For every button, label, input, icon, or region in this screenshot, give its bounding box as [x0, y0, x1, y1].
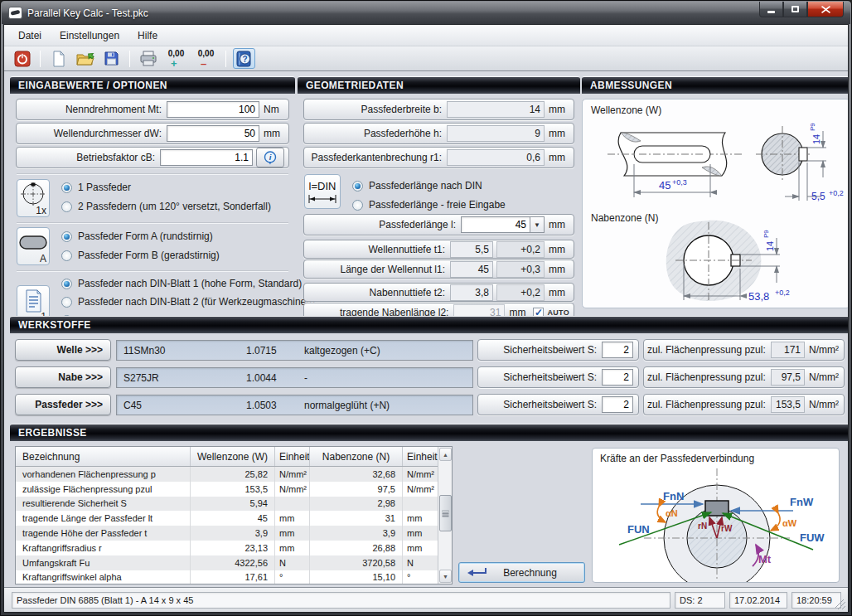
nabennuttiefe-value: 3,8 [450, 284, 493, 301]
cell: 23,13 [190, 541, 274, 555]
cell: 45 [190, 511, 274, 526]
print-button[interactable] [137, 48, 159, 69]
welle-material-button[interactable]: Welle >>> [15, 339, 111, 361]
panel-eingabewerte: EINGABEWERTE / OPTIONEN Nenndrehmoment M… [10, 76, 295, 313]
passfeder-material-field[interactable]: C45 1.0503 normalgeglüht (+N) [116, 395, 473, 415]
shaft-length-dim: 45 [659, 179, 670, 192]
field-label: Passfederhöhe h: [307, 128, 447, 139]
close-button[interactable] [807, 2, 844, 17]
decimals-decrease-button[interactable]: 0,00 – [193, 48, 219, 69]
menu-einstellungen[interactable]: Einstellungen [51, 27, 128, 45]
length-mode-icon-box: l=DIN [304, 174, 341, 209]
cell: N [274, 555, 309, 570]
radio-din-blatt-2[interactable]: Passfeder nach DIN-Blatt 2 (für Werkzeug… [61, 295, 315, 308]
open-file-button[interactable] [74, 48, 96, 69]
material-number: 1.0503 [246, 400, 304, 411]
shaft-depth-tol: +0,2 [829, 189, 844, 197]
decimals-increase-button[interactable]: 0,00 + [163, 48, 189, 69]
resize-grip[interactable] [835, 599, 845, 609]
force-diagram: FnN FnW FUN FUW αN αW rN rW Mt [593, 465, 839, 583]
title-bar[interactable]: Parallel Key Calc - Test.pkc [2, 2, 850, 24]
field-label: Passfederbreite b: [307, 104, 447, 115]
berechnung-button[interactable]: Berechnung [458, 562, 585, 583]
nabennuttiefe-tolerance: +0,2 [496, 284, 545, 301]
passfederlaenge-input[interactable] [461, 216, 530, 233]
key-count-icon [17, 181, 49, 207]
field-passfederhoehe: Passfederhöhe h: 9 mm [303, 123, 574, 144]
radio-laenge-din[interactable]: Passfederlänge nach DIN [352, 179, 482, 192]
radio-icon [61, 182, 72, 193]
cell: ° [274, 570, 309, 584]
welle-material-field[interactable]: 11SMn30 1.0715 kaltgezogen (+C) [116, 340, 473, 361]
status-ds: DS: 2 [675, 592, 725, 609]
minimize-button[interactable] [759, 2, 783, 17]
menu-datei[interactable]: Datei [9, 27, 51, 45]
radio-label: Passfeder Form B (geradstirnig) [72, 250, 220, 261]
passfeder-safety-input[interactable] [602, 396, 633, 413]
radio-form-a[interactable]: Passfeder Form A (rundstirnig) [61, 230, 213, 243]
svg-text:l=DIN: l=DIN [309, 180, 336, 192]
radio-1-passfeder[interactable]: 1 Passfeder [61, 181, 131, 194]
field-passfederbreite: Passfederbreite b: 14 mm [303, 99, 574, 120]
wellendurchmesser-input[interactable] [167, 125, 259, 142]
passfeder-pressure-group: zul. Flächenpressung pzul: 153,5 N/mm² [643, 394, 845, 415]
field-laenge-wellennut: Länge der Wellennut l1: 45 +0,3 mm [303, 259, 574, 279]
passfeder-material-button[interactable]: Passfeder >>> [15, 394, 111, 415]
cell: N/mm² [274, 482, 309, 497]
results-scrollbar[interactable]: ▲ ▼ [438, 447, 452, 584]
radio-label: Passfeder Form A (rundstirnig) [72, 230, 213, 242]
nabe-material-field[interactable]: S275JR 1.0044 - [116, 367, 473, 388]
scroll-up-icon[interactable]: ▲ [439, 448, 452, 461]
divider [17, 270, 288, 271]
new-file-button[interactable] [47, 48, 70, 69]
cell: mm [402, 541, 439, 555]
material-number: 1.0715 [246, 345, 304, 357]
nabe-material-button[interactable]: Nabe >>> [15, 366, 111, 388]
passfederlaenge-dropdown-button[interactable]: ▼ [530, 216, 545, 233]
scroll-down-icon[interactable]: ▼ [439, 570, 452, 583]
svg-text:?: ? [242, 54, 247, 63]
menu-hilfe[interactable]: Hilfe [128, 27, 167, 45]
cell: 5,94 [190, 497, 274, 512]
scrollbar-thumb[interactable] [439, 495, 452, 531]
cell: 31 [309, 511, 402, 526]
field-unit: mm [259, 128, 284, 139]
menu-bar: Datei Einstellungen Hilfe [4, 25, 848, 46]
radio-2-passfedern[interactable]: 2 Passfedern (um 120° versetzt, Sonderfa… [61, 200, 271, 213]
force-diagram-box: Kräfte an der Passfederverbindung [592, 448, 840, 583]
divider [17, 222, 288, 223]
panel-abmessungen: ABMESSUNGEN Wellenzone (W) [582, 76, 849, 313]
icon-label: 1x [36, 205, 46, 216]
radio-label: 2 Passfedern (um 120° versetzt, Sonderfa… [72, 201, 271, 212]
radio-laenge-frei[interactable]: Passfederlänge - freie Eingabe [352, 198, 506, 211]
welle-safety-input[interactable] [602, 342, 633, 358]
app-logo-icon [8, 7, 22, 19]
cell: N [402, 555, 439, 570]
angle-n-label: αN [666, 508, 678, 518]
welle-pressure-group: zul. Flächenpressung pzul: 171 N/mm² [643, 339, 845, 361]
safety-label: Sicherheitsbeiwert S: [482, 371, 602, 383]
help-button[interactable]: ? [233, 48, 255, 69]
cell: 3720,58 [309, 555, 402, 570]
maximize-button[interactable] [783, 2, 807, 17]
material-name: S275JR [117, 372, 246, 384]
hub-key-width-dim: 14 [765, 241, 775, 251]
key-form-icon-box: A [17, 227, 50, 265]
material-row-nabe: Nabe >>> S275JR 1.0044 - Sicherheitsbeiw… [4, 366, 848, 389]
cell: vorhandenen Flächenpressung p [16, 467, 190, 482]
exit-button[interactable] [11, 48, 33, 69]
radio-form-b[interactable]: Passfeder Form B (geradstirnig) [61, 249, 220, 262]
divider [17, 173, 288, 174]
icon-label: A [40, 253, 46, 264]
nabe-safety-input[interactable] [602, 369, 633, 386]
save-button[interactable] [100, 48, 123, 69]
cell: Umfangskraft Fu [16, 555, 190, 570]
laenge-wellennut-tolerance: +0,3 [496, 261, 545, 278]
betriebsfaktor-info-button[interactable]: i [256, 148, 284, 167]
betriebsfaktor-input[interactable] [160, 149, 253, 166]
field-passfederlaenge: Passfederlänge l: ▼ mm [303, 214, 574, 235]
radio-din-blatt-1[interactable]: Passfeder nach DIN-Blatt 1 (hohe Form, S… [61, 277, 302, 290]
col-header-einheit-w: Einheit [274, 447, 309, 466]
nenndrehmoment-input[interactable] [167, 101, 259, 118]
key-width-dim: 14 [811, 134, 821, 144]
